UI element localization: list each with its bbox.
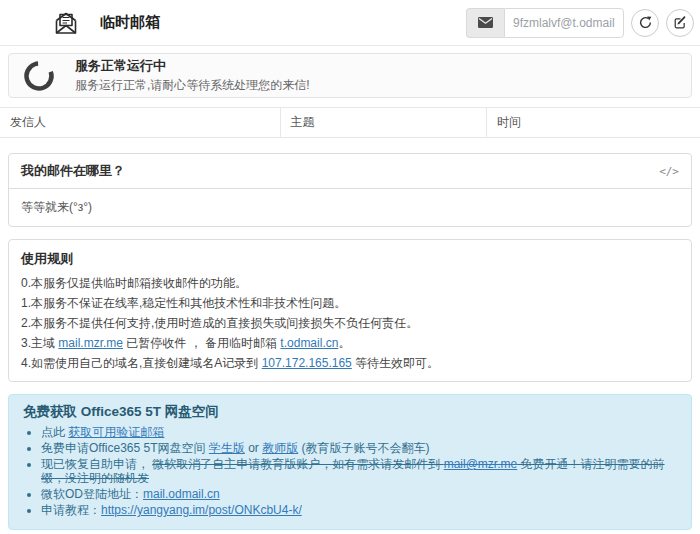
usage-rules-title: 使用规则 [21,250,679,267]
open-envelope-logo-icon [52,10,80,36]
inline-text: 微软OD登陆地址： [41,487,143,501]
usage-rules-card: 使用规则 0.本服务仅提供临时邮箱接收邮件的功能。 1.本服务不保证在线率,稳定… [8,239,692,382]
loading-spinner-icon [23,60,55,92]
email-address-input[interactable] [504,8,624,38]
rule-line: 4.如需使用自己的域名,直接创建域名A记录到 107.172.165.165 等… [21,356,679,371]
where-is-mail-header: 我的邮件在哪里？ </> [9,154,691,189]
inline-text: 免费申请Office365 5T网盘空间 [41,441,209,455]
pencil-square-icon [674,16,687,29]
where-is-mail-body: 等等就来(°з°) [9,189,691,226]
inline-text: 已暂停收件 ， 备用临时邮箱 [123,336,280,350]
code-icon: </> [659,165,679,178]
promo-bullet: 微软OD登陆地址：mail.odmail.cn [41,487,677,501]
edit-email-button[interactable] [666,9,694,37]
email-input-group [466,8,624,38]
envelope-icon [466,8,504,38]
inline-text: 申请教程： [41,503,101,517]
inline-text: 点此 [41,425,68,439]
inline-text: 2.本服务不提供任何支持,使用时造成的直接损失或间接损失不负任何责任。 [21,316,418,330]
rule-line: 2.本服务不提供任何支持,使用时造成的直接损失或间接损失不负任何责任。 [21,316,679,331]
inline-link[interactable]: t.odmail.cn [280,336,338,350]
rule-line: 1.本服务不保证在线率,稳定性和其他技术性和非技术性问题。 [21,296,679,311]
promo-bullet: 点此 获取可用验证邮箱 [41,425,677,439]
inline-link[interactable]: 学生版 [209,441,245,455]
inline-link[interactable]: 教师版 [262,441,298,455]
inbox-table-header-row: 发信人 主题 时间 [0,108,700,138]
where-is-mail-title: 我的邮件在哪里？ [21,162,125,180]
app-title: 临时邮箱 [100,13,160,32]
status-subtitle: 服务运行正常,请耐心等待系统处理您的来信! [75,77,310,94]
where-is-mail-card: 我的邮件在哪里？ </> 等等就来(°з°) [8,153,692,227]
column-header-subject: 主题 [280,108,487,138]
promo-title: 免费获取 Office365 5T 网盘空间 [23,403,677,420]
promo-list: 点此 获取可用验证邮箱 免费申请Office365 5T网盘空间 学生版 or … [23,425,677,517]
topbar-actions [466,8,694,38]
topbar: 临时邮箱 [0,0,700,46]
inline-text: 3.主域 [21,336,58,350]
promo-bullet: 免费申请Office365 5T网盘空间 学生版 or 教师版 (教育版子账号不… [41,441,677,455]
inline-text: (教育版子账号不会翻车) [298,441,429,455]
inline-text: 4.如需使用自己的域名,直接创建域名A记录到 [21,356,262,370]
service-status-card: 服务正常运行中 服务运行正常,请耐心等待系统处理您的来信! [8,53,692,98]
inline-link[interactable]: mail.odmail.cn [143,487,220,501]
column-header-sender: 发信人 [0,108,280,138]
promo-bullet: 申请教程：https://yangyang.im/post/ONKcbU4-k/ [41,503,677,517]
inline-text: 现已恢复自助申请， [41,457,152,471]
rule-line: 0.本服务仅提供临时邮箱接收邮件的功能。 [21,276,679,291]
inbox-table: 发信人 主题 时间 [0,107,700,138]
rule-line: 3.主域 mail.mzr.me 已暂停收件 ， 备用临时邮箱 t.odmail… [21,336,679,351]
inline-link[interactable]: 107.172.165.165 [262,356,352,370]
status-title: 服务正常运行中 [75,57,310,75]
refresh-button[interactable] [631,9,659,37]
refresh-icon [639,16,652,29]
inline-link[interactable]: https://yangyang.im/post/ONKcbU4-k/ [101,503,302,517]
inline-text: 0.本服务仅提供临时邮箱接收邮件的功能。 [21,276,247,290]
status-text-block: 服务正常运行中 服务运行正常,请耐心等待系统处理您的来信! [75,57,310,94]
inline-text: 微软取消了自主申请教育版账户，如有需求请发邮件到 [152,457,443,471]
inline-link[interactable]: 获取可用验证邮箱 [68,425,164,439]
inline-text: or [245,441,262,455]
office365-promo-card: 免费获取 Office365 5T 网盘空间 点此 获取可用验证邮箱 免费申请O… [8,394,692,530]
inline-text: 等待生效即可。 [352,356,439,370]
inline-link[interactable]: mail@mzr.me [444,457,518,471]
inline-text: 。 [338,336,350,350]
column-header-time: 时间 [487,108,700,138]
inline-link[interactable]: mail.mzr.me [58,336,123,350]
promo-bullet: 现已恢复自助申请， 微软取消了自主申请教育版账户，如有需求请发邮件到 mail@… [41,457,677,485]
inline-text: 1.本服务不保证在线率,稳定性和其他技术性和非技术性问题。 [21,296,346,310]
